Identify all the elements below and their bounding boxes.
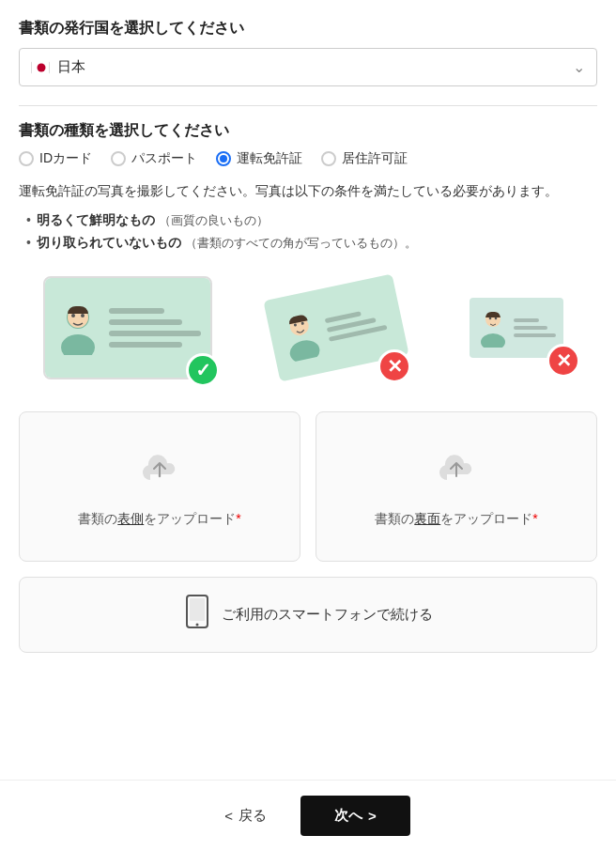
bullet-item-1: 明るくて鮮明なもの （画質の良いもの） <box>26 212 597 229</box>
nav-bar: < 戻る 次へ > <box>0 780 616 851</box>
upload-front-label: 書類の表側をアップロード* <box>78 511 240 528</box>
svg-point-12 <box>489 317 492 320</box>
radio-circle-residence-permit <box>321 151 336 166</box>
examples-row: ✓ ✕ <box>19 267 597 389</box>
bullet-list: 明るくて鮮明なもの （画質の良いもの） 切り取られていないもの （書類のすべての… <box>19 212 597 252</box>
svg-point-3 <box>61 334 95 355</box>
upload-front-box[interactable]: 書類の表側をアップロード* <box>19 411 300 562</box>
good-badge: ✓ <box>186 353 220 387</box>
svg-point-17 <box>195 624 198 627</box>
svg-point-1 <box>38 63 46 71</box>
card-line <box>109 319 182 325</box>
bullet-bold-2: 切り取られていないもの （書類のすべての角が写っているもの）。 <box>37 235 417 252</box>
svg-rect-16 <box>190 598 205 621</box>
radio-label-passport: パスポート <box>131 150 197 167</box>
card-line <box>514 333 556 337</box>
example-good-inner <box>45 278 210 378</box>
radio-passport[interactable]: パスポート <box>111 150 197 167</box>
selected-country-label: 日本 <box>57 58 573 76</box>
mobile-continue-button[interactable]: ご利用のスマートフォンで続ける <box>19 577 597 653</box>
back-arrow-icon: < <box>224 808 233 824</box>
upload-front-highlight: 表側 <box>117 511 144 526</box>
doctype-section: 書類の種類を選択してください IDカード パスポート 運転免許証 居住許可証 <box>19 121 597 167</box>
upload-cloud-icon-back <box>434 446 479 491</box>
radio-label-drivers-license: 運転免許証 <box>237 150 302 167</box>
person-icon-bad1 <box>276 307 327 364</box>
next-arrow-icon: > <box>368 808 377 824</box>
svg-point-13 <box>495 317 498 320</box>
upload-back-required: * <box>532 511 537 526</box>
bad-tilted-badge: ✕ <box>377 349 411 383</box>
radio-label-residence-permit: 居住許可証 <box>342 150 408 167</box>
radio-residence-permit[interactable]: 居住許可証 <box>321 150 408 167</box>
svg-point-10 <box>287 338 321 364</box>
upload-back-icon <box>434 446 479 500</box>
upload-back-box[interactable]: 書類の裏面をアップロード* <box>316 411 597 562</box>
chevron-down-icon: ⌄ <box>573 58 585 76</box>
back-button[interactable]: < 戻る <box>206 797 285 834</box>
country-section: 書類の発行国を選択してください 日本 ⌄ <box>19 19 597 86</box>
radio-circle-drivers-license <box>216 151 231 166</box>
next-button[interactable]: 次へ > <box>300 796 410 836</box>
cropped-lines <box>514 318 556 337</box>
upload-cloud-icon-front <box>137 446 182 491</box>
doctype-section-title: 書類の種類を選択してください <box>19 121 597 141</box>
person-icon-good <box>54 301 101 355</box>
example-bad-tilted: ✕ <box>261 276 411 379</box>
svg-point-6 <box>81 314 85 317</box>
card-lines-good <box>109 308 201 348</box>
card-line <box>109 342 182 348</box>
bullet-bold-1: 明るくて鮮明なもの （画質の良いもの） <box>37 212 269 229</box>
radio-drivers-license[interactable]: 運転免許証 <box>216 150 302 167</box>
upload-back-highlight: 裏面 <box>414 511 440 526</box>
mobile-continue-label: ご利用のスマートフォンで続ける <box>222 606 433 624</box>
example-good: ✓ <box>43 276 212 379</box>
upload-back-label: 書類の裏面をアップロード* <box>375 511 537 528</box>
person-icon-bad2 <box>477 308 509 348</box>
radio-label-id-card: IDカード <box>39 150 92 167</box>
radio-circle-passport <box>111 151 126 166</box>
card-line <box>109 331 201 336</box>
upload-section: 書類の表側をアップロード* 書類の裏面をアップロード* <box>19 411 597 562</box>
instruction-text: 運転免許証の写真を撮影してください。写真は以下の条件を満たしている必要があります… <box>19 180 597 201</box>
upload-front-required: * <box>236 511 240 526</box>
bad-cropped-badge: ✕ <box>547 344 580 378</box>
country-select[interactable]: 日本 ⌄ <box>19 48 597 86</box>
radio-group: IDカード パスポート 運転免許証 居住許可証 <box>19 150 597 167</box>
smartphone-icon <box>184 595 210 635</box>
radio-circle-id-card <box>19 151 34 166</box>
svg-point-14 <box>481 333 505 348</box>
radio-id-card[interactable]: IDカード <box>19 150 92 167</box>
smartphone-svg <box>184 595 210 628</box>
svg-point-5 <box>71 314 75 317</box>
divider-1 <box>19 105 597 106</box>
card-line <box>514 326 547 330</box>
japan-flag-icon <box>31 61 50 74</box>
example-bad-cropped: ✕ <box>460 286 573 370</box>
tilted-lines <box>325 305 394 342</box>
bullet-item-2: 切り取られていないもの （書類のすべての角が写っているもの）。 <box>26 235 597 252</box>
country-section-title: 書類の発行国を選択してください <box>19 19 597 39</box>
japan-flag-svg <box>32 61 49 74</box>
card-line <box>109 308 164 314</box>
back-button-label: 戻る <box>239 807 267 825</box>
next-button-label: 次へ <box>334 807 362 825</box>
card-line <box>514 318 539 322</box>
upload-front-icon <box>137 446 182 500</box>
main-content: 書類の発行国を選択してください 日本 ⌄ 書類の種類を選択してください IDカー… <box>0 0 616 780</box>
